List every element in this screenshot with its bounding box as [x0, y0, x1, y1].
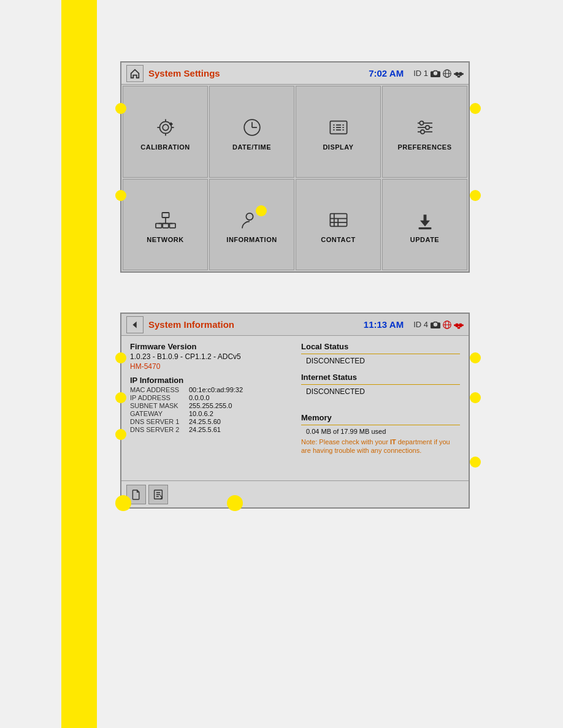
annotation-dot-3 — [470, 103, 481, 114]
back-button[interactable] — [126, 316, 144, 333]
menu-datetime[interactable]: DATE/TIME — [209, 86, 294, 178]
annotation-dot-8 — [470, 352, 481, 363]
menu-contact[interactable]: CONTACT — [296, 179, 381, 271]
internet-status-value: DISCONNECTED — [306, 387, 460, 396]
annotation-dot-6 — [115, 392, 126, 403]
ip-info-label: IP Information — [130, 376, 289, 385]
ip-val-dns2: 24.25.5.61 — [189, 426, 221, 433]
internet-status-label: Internet Status — [301, 373, 460, 382]
screen2-header: System Information 11:13 AM ID 4 — [121, 314, 469, 336]
ip-val-mac: 00:1e:c0:ad:99:32 — [189, 386, 243, 393]
annotation-dot-5 — [115, 352, 126, 363]
ip-key-gateway: GATEWAY — [130, 410, 185, 417]
local-status-value: DISCONNECTED — [306, 357, 460, 365]
ip-key-dns2: DNS SERVER 2 — [130, 426, 185, 433]
ip-row-subnet: SUBNET MASK 255.255.255.0 — [130, 402, 289, 409]
svg-rect-51 — [458, 327, 460, 328]
display-label: DISPLAY — [323, 143, 353, 151]
info-right-panel: Local Status DISCONNECTED Internet Statu… — [301, 342, 460, 474]
svg-point-31 — [420, 130, 424, 134]
ip-key-dns1: DNS SERVER 1 — [130, 418, 185, 425]
screen1-header: System Settings 7:02 AM ID 1 — [121, 63, 469, 85]
home-button[interactable] — [126, 65, 144, 82]
ip-val-ip: 0.0.0.0 — [189, 394, 210, 401]
svg-rect-5 — [454, 73, 464, 75]
system-information-screen: System Information 11:13 AM ID 4 Firmwar… — [120, 313, 470, 509]
svg-point-38 — [246, 213, 253, 220]
svg-rect-6 — [458, 75, 460, 77]
screen1-time: 7:02 AM — [369, 68, 404, 78]
local-status-label: Local Status — [301, 342, 460, 351]
local-status-line — [301, 354, 460, 354]
memory-label: Memory — [301, 413, 460, 422]
settings-menu-grid: CALIBRATION DATE/TIME — [121, 85, 469, 271]
screen1-id: ID 1 — [413, 69, 464, 78]
ip-key-mac: MAC ADDRESS — [130, 386, 185, 393]
ip-row-dns2: DNS SERVER 2 24.25.5.61 — [130, 426, 289, 433]
svg-point-8 — [163, 124, 169, 131]
annotation-dot-2 — [115, 190, 126, 201]
system-settings-screen: System Settings 7:02 AM ID 1 CALIBR — [120, 61, 470, 273]
ip-row-gateway: GATEWAY 10.0.6.2 — [130, 410, 289, 417]
svg-rect-35 — [169, 224, 175, 228]
ip-val-subnet: 255.255.255.0 — [189, 402, 232, 409]
firmware-label: Firmware Version — [130, 342, 289, 351]
footer-export-button[interactable] — [148, 485, 168, 504]
update-label: UPDATE — [410, 236, 439, 243]
note-text: Note: Please check with your IT departme… — [301, 438, 460, 455]
contact-label: CONTACT — [321, 236, 355, 243]
svg-rect-34 — [163, 224, 169, 228]
ip-row-dns1: DNS SERVER 1 24.25.5.60 — [130, 418, 289, 425]
annotation-dot-footer2 — [115, 495, 131, 511]
firmware-value: 1.0.23 - B1.0.9 - CP1.1.2 - ADCv5 — [130, 352, 289, 361]
info-left-panel: Firmware Version 1.0.23 - B1.0.9 - CP1.1… — [130, 342, 289, 474]
screen2-footer — [121, 480, 469, 507]
menu-information[interactable]: INFORMATION — [209, 179, 294, 271]
screen1-title: System Settings — [148, 68, 369, 78]
annotation-dot-footer — [227, 495, 243, 511]
annotation-dot-7 — [115, 429, 126, 440]
ip-row-ip: IP ADDRESS 0.0.0.0 — [130, 394, 289, 401]
ip-row-mac: MAC ADDRESS 00:1e:c0:ad:99:32 — [130, 386, 289, 393]
annotation-dot-10 — [470, 457, 481, 468]
svg-point-29 — [425, 126, 429, 129]
svg-rect-32 — [162, 213, 169, 218]
menu-display[interactable]: DISPLAY — [296, 86, 381, 178]
ip-key-subnet: SUBNET MASK — [130, 402, 185, 409]
ip-key-ip: IP ADDRESS — [130, 394, 185, 401]
screen2-body: Firmware Version 1.0.23 - B1.0.9 - CP1.1… — [121, 336, 469, 480]
menu-update[interactable]: UPDATE — [382, 179, 467, 271]
annotation-dot-1 — [115, 103, 126, 114]
yellow-sidebar — [61, 0, 97, 728]
annotation-dot-9 — [470, 392, 481, 403]
screen2-id: ID 4 — [413, 320, 464, 329]
menu-network[interactable]: NETWORK — [123, 179, 208, 271]
menu-calibration[interactable]: CALIBRATION — [123, 86, 208, 178]
menu-preferences[interactable]: PREFERENCES — [382, 86, 467, 178]
preferences-label: PREFERENCES — [397, 143, 451, 151]
internet-status-line — [301, 384, 460, 385]
svg-point-27 — [419, 121, 423, 124]
model-number: HM-5470 — [130, 362, 289, 371]
network-label: NETWORK — [147, 236, 183, 243]
svg-rect-44 — [418, 227, 431, 229]
ip-val-dns1: 24.25.5.60 — [189, 418, 221, 425]
memory-line — [301, 425, 460, 425]
svg-rect-50 — [454, 324, 464, 326]
screen2-title: System Information — [148, 319, 364, 330]
calibration-label: CALIBRATION — [140, 143, 190, 151]
annotation-dot-4 — [470, 190, 481, 201]
svg-rect-33 — [156, 224, 162, 228]
screen2-time: 11:13 AM — [364, 319, 404, 330]
datetime-label: DATE/TIME — [232, 143, 271, 151]
memory-value: 0.04 MB of 17.99 MB used — [306, 428, 460, 435]
ip-val-gateway: 10.0.6.2 — [189, 410, 213, 417]
information-label: INFORMATION — [226, 236, 277, 243]
